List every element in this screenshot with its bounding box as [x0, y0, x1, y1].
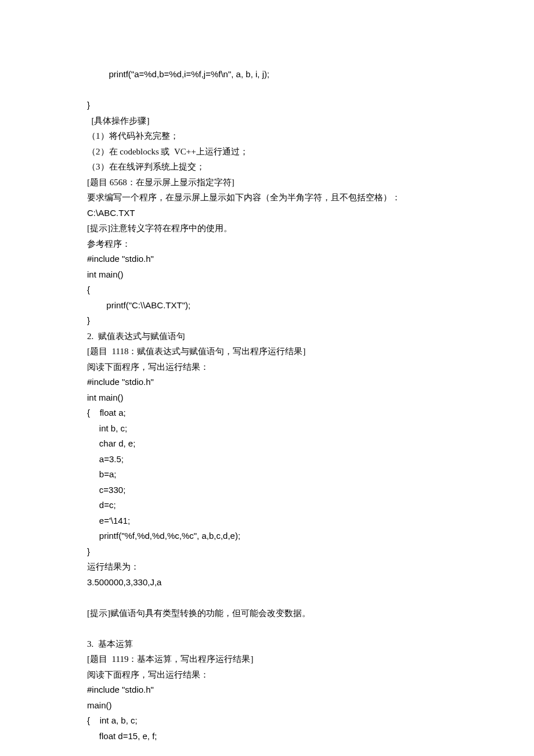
text-line: #include "stdio.h" [87, 375, 447, 390]
text-line: [题目 1118：赋值表达式与赋值语句，写出程序运行结果] [87, 344, 447, 359]
text-line: [具体操作步骤] [87, 113, 447, 129]
text-line: [提示]赋值语句具有类型转换的功能，但可能会改变数据。 [87, 606, 447, 621]
text-line: [题目 1119：基本运算，写出程序运行结果] [87, 651, 447, 667]
text-line: printf("C:\\ABC.TXT"); [87, 298, 447, 314]
text-line: 阅读下面程序，写出运行结果： [87, 667, 447, 683]
text-line: { float a; [87, 405, 447, 421]
text-line: C:\ABC.TXT [87, 206, 447, 221]
text-line: e='\141; [87, 513, 447, 529]
text-line: #include "stdio.h" [87, 251, 447, 267]
text-line: b=a; [87, 467, 447, 483]
text-line: } [87, 544, 447, 560]
text-line: d=c; [87, 498, 447, 513]
text-line: 要求编写一个程序，在显示屏上显示如下内容（全为半角字符，且不包括空格）： [87, 190, 447, 206]
text-line: 3. 基本运算 [87, 636, 447, 652]
text-line: （1）将代码补充完整； [87, 128, 447, 144]
document-body: printf("a=%d,b=%d,i=%f,j=%f\n", a, b, i,… [87, 67, 447, 744]
text-line: int main() [87, 267, 447, 283]
text-line: float d=15, e, f; [87, 729, 447, 744]
text-line: char d, e; [87, 436, 447, 452]
text-line: 3.500000,3,330,J,a [87, 575, 447, 591]
text-line: （2）在 codeblocks 或 VC++上运行通过； [87, 144, 447, 160]
blank-line [87, 621, 447, 636]
text-line: } [87, 313, 447, 329]
text-line: printf("%f,%d,%d,%c,%c", a,b,c,d,e); [87, 528, 447, 544]
text-line: （3）在在线评判系统上提交； [87, 159, 447, 175]
text-line: int main() [87, 390, 447, 406]
blank-line [87, 82, 447, 98]
text-line: 运行结果为： [87, 559, 447, 575]
text-line: c=330; [87, 483, 447, 498]
text-line: 阅读下面程序，写出运行结果： [87, 359, 447, 375]
text-line: 2. 赋值表达式与赋值语句 [87, 329, 447, 344]
text-line: [题目 6568：在显示屏上显示指定字符] [87, 175, 447, 190]
text-line: 参考程序： [87, 236, 447, 252]
text-line: { int a, b, c; [87, 713, 447, 729]
blank-line [87, 590, 447, 606]
text-line: int b, c; [87, 421, 447, 437]
text-line: printf("a=%d,b=%d,i=%f,j=%f\n", a, b, i,… [87, 67, 447, 82]
text-line: a=3.5; [87, 452, 447, 467]
text-line: } [87, 98, 447, 113]
text-line: #include "stdio.h" [87, 682, 447, 698]
text-line: main() [87, 698, 447, 714]
text-line: [提示]注意转义字符在程序中的使用。 [87, 221, 447, 236]
text-line: { [87, 282, 447, 298]
